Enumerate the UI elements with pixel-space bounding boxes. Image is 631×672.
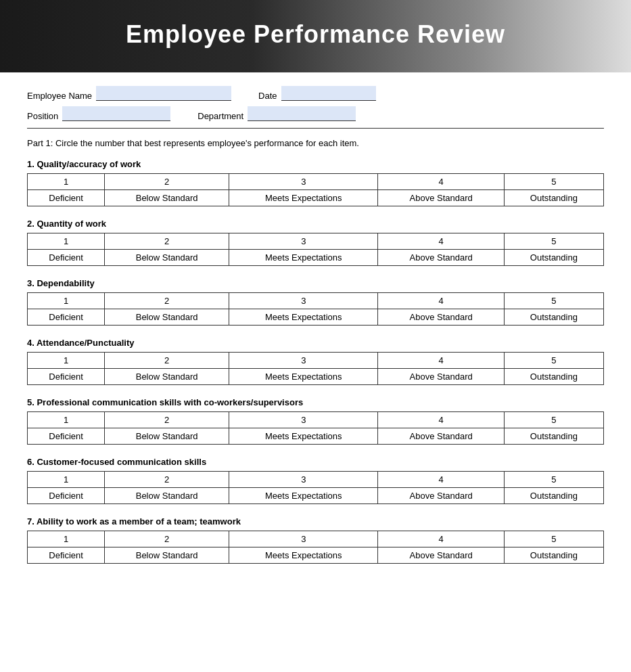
rating-number-1-3[interactable]: 3 [229,174,378,190]
rating-number-5-3[interactable]: 3 [229,412,378,428]
section-title-5: 5. Professional communication skills wit… [27,397,604,407]
rating-number-2-5[interactable]: 5 [504,233,603,250]
rating-label-2-2[interactable]: Below Standard [105,250,229,266]
rating-label-2-1[interactable]: Deficient [28,250,105,266]
date-label: Date [258,91,277,101]
sections-container: 1. Quality/accuracy of work12345Deficien… [27,159,604,564]
rating-label-6-5[interactable]: Outstanding [504,488,603,504]
instructions: Part 1: Circle the number that best repr… [27,138,604,148]
rating-number-3-5[interactable]: 5 [504,293,603,309]
rating-number-7-5[interactable]: 5 [504,531,603,547]
rating-label-7-2[interactable]: Below Standard [105,547,229,564]
rating-label-7-3[interactable]: Meets Expectations [229,547,378,564]
rating-label-2-5[interactable]: Outstanding [504,250,603,266]
rating-number-4-4[interactable]: 4 [378,353,504,369]
rating-number-4-5[interactable]: 5 [504,353,603,369]
rating-number-3-1[interactable]: 1 [28,293,105,309]
rating-label-7-5[interactable]: Outstanding [504,547,603,564]
rating-number-4-3[interactable]: 3 [229,353,378,369]
rating-number-2-3[interactable]: 3 [229,233,378,250]
rating-number-2-4[interactable]: 4 [378,233,504,250]
rating-number-2-2[interactable]: 2 [105,233,229,250]
form-row-2: Position Department [27,106,604,121]
rating-label-6-3[interactable]: Meets Expectations [229,488,378,504]
rating-table-2: 12345DeficientBelow StandardMeets Expect… [27,233,604,266]
rating-label-1-3[interactable]: Meets Expectations [229,190,378,206]
rating-label-5-5[interactable]: Outstanding [504,428,603,445]
date-input[interactable] [281,86,376,101]
rating-number-6-4[interactable]: 4 [378,472,504,488]
rating-number-5-2[interactable]: 2 [105,412,229,428]
rating-label-7-1[interactable]: Deficient [28,547,105,564]
rating-label-4-3[interactable]: Meets Expectations [229,369,378,385]
rating-label-3-1[interactable]: Deficient [28,309,105,326]
rating-label-4-1[interactable]: Deficient [28,369,105,385]
section-5: 5. Professional communication skills wit… [27,397,604,445]
rating-label-6-1[interactable]: Deficient [28,488,105,504]
rating-number-1-5[interactable]: 5 [504,174,603,190]
section-7: 7. Ability to work as a member of a team… [27,516,604,564]
rating-label-1-5[interactable]: Outstanding [504,190,603,206]
rating-number-7-3[interactable]: 3 [229,531,378,547]
rating-number-6-1[interactable]: 1 [28,472,105,488]
rating-number-4-2[interactable]: 2 [105,353,229,369]
rating-number-3-2[interactable]: 2 [105,293,229,309]
rating-table-5: 12345DeficientBelow StandardMeets Expect… [27,411,604,445]
position-field: Position [27,106,170,121]
rating-number-5-1[interactable]: 1 [28,412,105,428]
page-title: Employee Performance Review [27,20,604,49]
rating-number-5-4[interactable]: 4 [378,412,504,428]
form-row-1: Employee Name Date [27,86,604,101]
rating-number-3-3[interactable]: 3 [229,293,378,309]
form-fields: Employee Name Date Position Department [27,86,604,121]
rating-label-4-4[interactable]: Above Standard [378,369,504,385]
section-title-7: 7. Ability to work as a member of a team… [27,516,604,527]
rating-label-3-3[interactable]: Meets Expectations [229,309,378,326]
employee-name-input[interactable] [96,86,231,101]
rating-label-4-5[interactable]: Outstanding [504,369,603,385]
rating-label-5-2[interactable]: Below Standard [105,428,229,445]
rating-label-5-4[interactable]: Above Standard [378,428,504,445]
department-field: Department [197,106,356,121]
rating-number-6-2[interactable]: 2 [105,472,229,488]
employee-name-label: Employee Name [27,91,92,101]
rating-label-5-3[interactable]: Meets Expectations [229,428,378,445]
rating-number-1-4[interactable]: 4 [378,174,504,190]
employee-name-field: Employee Name [27,86,231,101]
position-label: Position [27,111,58,121]
rating-number-5-5[interactable]: 5 [504,412,603,428]
rating-number-1-1[interactable]: 1 [28,174,105,190]
rating-number-6-3[interactable]: 3 [229,472,378,488]
rating-table-1: 12345DeficientBelow StandardMeets Expect… [27,173,604,206]
rating-table-4: 12345DeficientBelow StandardMeets Expect… [27,352,604,385]
rating-label-6-4[interactable]: Above Standard [378,488,504,504]
rating-label-2-4[interactable]: Above Standard [378,250,504,266]
rating-number-7-1[interactable]: 1 [28,531,105,547]
rating-label-2-3[interactable]: Meets Expectations [229,250,378,266]
rating-number-3-4[interactable]: 4 [378,293,504,309]
rating-label-1-4[interactable]: Above Standard [378,190,504,206]
rating-label-6-2[interactable]: Below Standard [105,488,229,504]
rating-label-1-2[interactable]: Below Standard [105,190,229,206]
rating-table-7: 12345DeficientBelow StandardMeets Expect… [27,531,604,564]
section-2: 2. Quantity of work12345DeficientBelow S… [27,219,604,266]
section-title-1: 1. Quality/accuracy of work [27,159,604,169]
rating-label-1-1[interactable]: Deficient [28,190,105,206]
position-input[interactable] [62,106,170,121]
rating-number-7-2[interactable]: 2 [105,531,229,547]
rating-label-7-4[interactable]: Above Standard [378,547,504,564]
rating-number-7-4[interactable]: 4 [378,531,504,547]
rating-table-3: 12345DeficientBelow StandardMeets Expect… [27,292,604,326]
rating-number-1-2[interactable]: 2 [105,174,229,190]
department-input[interactable] [248,106,356,121]
rating-number-6-5[interactable]: 5 [504,472,603,488]
rating-label-3-2[interactable]: Below Standard [105,309,229,326]
rating-label-4-2[interactable]: Below Standard [105,369,229,385]
rating-number-2-1[interactable]: 1 [28,233,105,250]
rating-label-5-1[interactable]: Deficient [28,428,105,445]
rating-table-6: 12345DeficientBelow StandardMeets Expect… [27,471,604,504]
rating-label-3-4[interactable]: Above Standard [378,309,504,326]
department-label: Department [197,111,243,121]
rating-label-3-5[interactable]: Outstanding [504,309,603,326]
rating-number-4-1[interactable]: 1 [28,353,105,369]
